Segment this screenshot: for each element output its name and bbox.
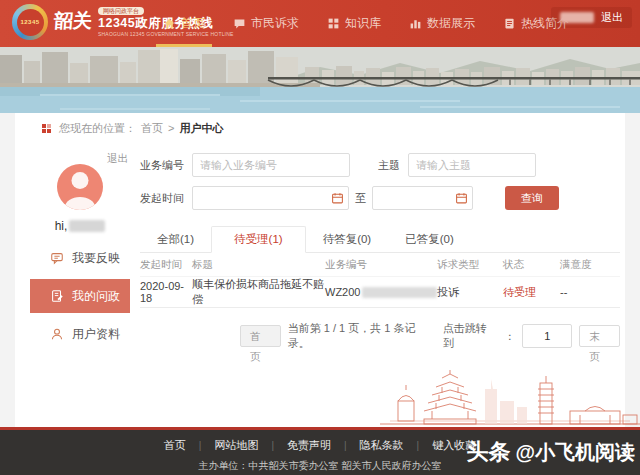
tab-pending-acceptance[interactable]: 待受理(1) [211, 226, 306, 253]
sidebar-menu: 我要反映 我的问政 用户资料 [30, 245, 130, 347]
search-form-row-1: 业务编号 主题 [140, 153, 620, 177]
breadcrumb-current: 用户中心 [179, 113, 223, 143]
cell-title[interactable]: 顺丰保价损坏商品拖延不赔偿 [192, 277, 325, 307]
pagination: 首页 当前第 1 / 1 页，共 1 条记录。 点击跳转到 ： 末页 [240, 321, 620, 351]
user-sidebar: 退出 hi, 我要反映 我的问政 用户资料 [30, 148, 130, 350]
cell-biz-no: WZ200 [325, 286, 437, 298]
logo-swirl-icon: 12345 [12, 4, 48, 40]
username-redacted [69, 220, 105, 232]
tab-pending-reply[interactable]: 待答复(0) [306, 227, 389, 252]
toutiao-watermark: 头条 @小飞机阅读 [466, 437, 635, 467]
cell-date: 2020-09-18 [140, 280, 192, 304]
table-header: 发起时间 标题 业务编号 诉求类型 状态 满意度 [140, 253, 620, 277]
cell-type: 投诉 [437, 285, 503, 300]
bar-chart-icon [409, 17, 422, 30]
query-button[interactable]: 查询 [505, 186, 559, 210]
user-icon [50, 327, 64, 341]
sidebar-item-user-profile[interactable]: 用户资料 [30, 321, 130, 347]
jump-colon: ： [504, 329, 515, 344]
cell-satisfaction: -- [560, 286, 620, 298]
status-badge: 待受理 [503, 285, 560, 300]
subject-input[interactable] [408, 153, 536, 177]
biz-no-redacted [362, 287, 437, 298]
nav-item-data-display[interactable]: 数据展示 [406, 0, 478, 47]
sidebar-item-my-inquiries[interactable]: 我的问政 [30, 279, 130, 313]
grid-icon [327, 17, 340, 30]
biz-no-input[interactable] [192, 153, 350, 177]
first-page-button[interactable]: 首页 [240, 325, 281, 347]
document-pen-icon [50, 289, 64, 303]
sidebar-username: hi, [30, 219, 130, 233]
nav-item-knowledge-base[interactable]: 知识库 [324, 0, 384, 47]
user-center-card: 您现在的位置： 首页 > 用户中心 退出 hi, 我要反映 我的问政 [15, 113, 625, 427]
main-panel: 业务编号 主题 发起时间 至 [140, 153, 620, 351]
start-time-label: 发起时间 [140, 191, 184, 206]
last-page-button[interactable]: 末页 [579, 325, 620, 347]
date-from-input[interactable] [192, 186, 349, 210]
logo-title-cn: 韶关 [53, 11, 92, 30]
tab-all[interactable]: 全部(1) [140, 227, 211, 252]
chat-icon [233, 17, 246, 30]
breadcrumb-squares-icon [42, 124, 51, 133]
nav-item-citizen-requests[interactable]: 市民诉求 [230, 0, 302, 47]
avatar [57, 164, 103, 210]
feedback-bubble-icon [50, 251, 64, 265]
header-logout-link[interactable]: 退出 [601, 10, 623, 25]
nav-item-home[interactable]: 首页 [160, 0, 208, 47]
page-jump-input[interactable] [522, 324, 572, 348]
header-user-area: 退出 [551, 7, 632, 28]
top-nav-bar: 12345 韶关 网络问政平台 12345政府服务热线 SHAOGUAN 123… [0, 0, 640, 47]
banner-cityscape-graphic [0, 47, 640, 113]
footer-link-sitemap[interactable]: 网站地图 [201, 438, 271, 453]
breadcrumb-separator: > [168, 113, 174, 143]
document-icon [503, 17, 516, 30]
breadcrumb: 您现在的位置： 首页 > 用户中心 [15, 113, 640, 143]
sidebar-logout-link[interactable]: 退出 [107, 152, 128, 166]
logo-badge: 网络问政平台 [98, 7, 144, 15]
main-nav: 首页 市民诉求 知识库 数据展示 热线简介 [160, 0, 572, 47]
search-form-row-2: 发起时间 至 查询 [140, 186, 620, 210]
city-banner-image [0, 47, 640, 113]
jump-label: 点击跳转到 [443, 321, 497, 351]
home-icon [163, 17, 176, 30]
tab-replied[interactable]: 已答复(0) [388, 227, 471, 252]
page: 12345 韶关 网络问政平台 12345政府服务热线 SHAOGUAN 123… [0, 0, 640, 475]
sidebar-item-feedback[interactable]: 我要反映 [30, 245, 130, 271]
date-to-input[interactable] [372, 186, 473, 210]
status-tabs: 全部(1) 待受理(1) 待答复(0) 已答复(0) [140, 226, 620, 253]
footer-link-privacy[interactable]: 隐私条款 [347, 438, 417, 453]
footer-link-home[interactable]: 首页 [151, 438, 199, 453]
pagination-info: 当前第 1 / 1 页，共 1 条记录。 [288, 321, 436, 351]
username-redacted [560, 12, 594, 23]
breadcrumb-home-link[interactable]: 首页 [141, 113, 163, 143]
footer-link-disclaimer[interactable]: 免责声明 [274, 438, 344, 453]
biz-no-label: 业务编号 [140, 158, 184, 173]
table-row: 2020-09-18 顺丰保价损坏商品拖延不赔偿 WZ200 投诉 待受理 -- [140, 277, 620, 308]
subject-label: 主题 [378, 158, 400, 173]
breadcrumb-prefix: 您现在的位置： [59, 113, 136, 143]
to-label: 至 [355, 191, 366, 206]
